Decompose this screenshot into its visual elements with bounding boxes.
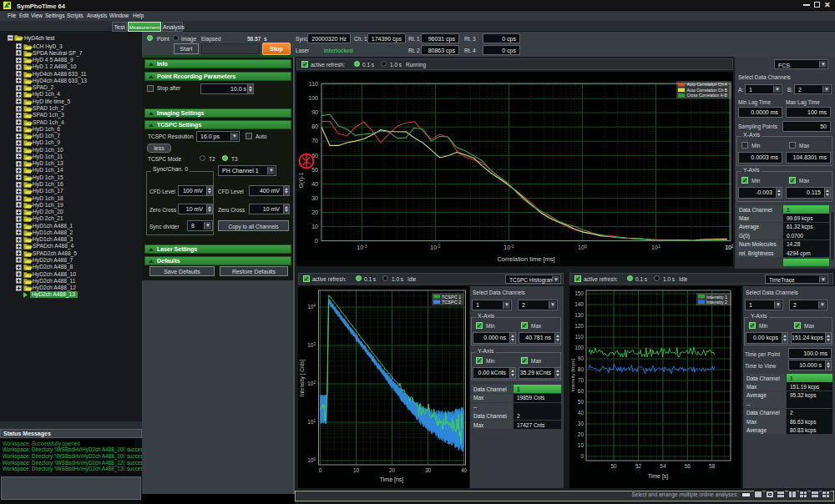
- svg-text:Time [ns]: Time [ns]: [380, 476, 404, 483]
- svg-text:90: 90: [311, 109, 318, 115]
- svg-text:130: 130: [574, 312, 584, 318]
- svg-text:80: 80: [311, 123, 318, 129]
- svg-text:Intensity 2: Intensity 2: [706, 300, 727, 305]
- svg-text:20: 20: [389, 467, 396, 473]
- svg-text:10: 10: [311, 224, 318, 229]
- svg-text:70: 70: [578, 377, 584, 383]
- svg-text:Intensity [ Cnts]: Intensity [ Cnts]: [299, 359, 306, 396]
- svg-text:TCSPC 1: TCSPC 1: [442, 295, 461, 300]
- svg-text:TCSPC 2: TCSPC 2: [442, 300, 461, 305]
- svg-text:50: 50: [578, 399, 584, 405]
- svg-text:58: 58: [709, 463, 716, 469]
- svg-text:54: 54: [660, 463, 666, 469]
- svg-text:50: 50: [311, 167, 318, 173]
- svg-text:40: 40: [461, 467, 468, 473]
- svg-text:30: 30: [578, 421, 584, 426]
- svg-text:52: 52: [635, 463, 642, 469]
- svg-text:150: 150: [574, 290, 584, 296]
- svg-text:110: 110: [575, 334, 584, 340]
- svg-text:40: 40: [311, 181, 318, 187]
- svg-text:56: 56: [685, 463, 691, 469]
- svg-text:0: 0: [315, 238, 318, 244]
- svg-text:40: 40: [578, 410, 584, 416]
- svg-text:Time [s]: Time [s]: [648, 473, 669, 480]
- svg-text:Correlation time [ms]: Correlation time [ms]: [497, 255, 554, 263]
- svg-text:90: 90: [578, 355, 584, 361]
- svg-text:100: 100: [574, 345, 584, 350]
- svg-text:50: 50: [610, 463, 617, 469]
- svg-text:140: 140: [574, 301, 584, 307]
- svg-text:0: 0: [319, 467, 322, 473]
- svg-text:120: 120: [574, 323, 584, 329]
- svg-text:0: 0: [580, 453, 584, 459]
- svg-text:10: 10: [353, 467, 360, 473]
- svg-text:G(τ)-1: G(τ)-1: [298, 172, 305, 188]
- svg-text:Intensity 1: Intensity 1: [706, 295, 727, 300]
- svg-text:70: 70: [311, 138, 318, 144]
- svg-text:Auto Correlation Ch A: Auto Correlation Ch A: [687, 82, 728, 87]
- svg-text:Cross Correlation A-B: Cross Correlation A-B: [687, 93, 728, 98]
- svg-text:20: 20: [578, 431, 584, 437]
- svg-text:Auto Correlation Ch B: Auto Correlation Ch B: [687, 88, 728, 93]
- svg-text:30: 30: [311, 195, 318, 201]
- svg-text:30: 30: [425, 467, 432, 473]
- svg-text:20: 20: [311, 209, 318, 215]
- svg-text:100: 100: [308, 95, 318, 101]
- svg-text:80: 80: [578, 366, 584, 372]
- svg-text:110: 110: [309, 81, 318, 87]
- svg-text:Intensity [kcps]: Intensity [kcps]: [570, 359, 575, 392]
- svg-text:10: 10: [578, 442, 584, 448]
- svg-text:60: 60: [578, 388, 584, 394]
